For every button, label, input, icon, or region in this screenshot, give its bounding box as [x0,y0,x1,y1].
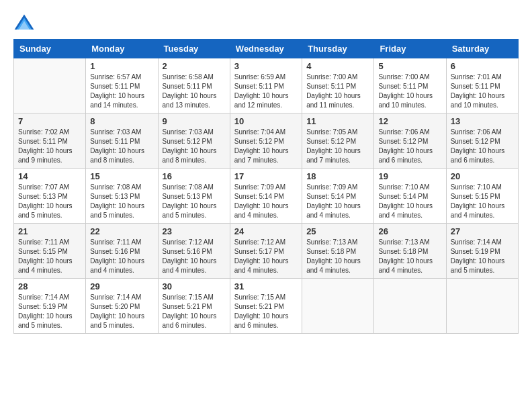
calendar-day-cell: 24Sunrise: 7:12 AM Sunset: 5:17 PM Dayli… [230,224,302,279]
calendar-day-cell: 12Sunrise: 7:06 AM Sunset: 5:12 PM Dayli… [374,113,446,169]
weekday-header-thursday: Thursday [302,40,374,58]
calendar-table: SundayMondayTuesdayWednesdayThursdayFrid… [13,39,519,334]
calendar-week-row: 1Sunrise: 6:57 AM Sunset: 5:11 PM Daylig… [14,58,519,113]
calendar-day-cell: 27Sunrise: 7:14 AM Sunset: 5:19 PM Dayli… [446,224,518,279]
calendar-day-cell: 19Sunrise: 7:10 AM Sunset: 5:14 PM Dayli… [374,169,446,224]
calendar-day-cell: 15Sunrise: 7:08 AM Sunset: 5:13 PM Dayli… [86,169,158,224]
calendar-day-cell: 2Sunrise: 6:58 AM Sunset: 5:11 PM Daylig… [158,58,230,113]
weekday-header-wednesday: Wednesday [230,40,302,58]
calendar-week-row: 14Sunrise: 7:07 AM Sunset: 5:13 PM Dayli… [14,169,519,224]
logo [13,13,38,32]
calendar-day-cell: 14Sunrise: 7:07 AM Sunset: 5:13 PM Dayli… [14,169,86,224]
day-number: 31 [234,281,298,291]
weekday-header-tuesday: Tuesday [158,40,230,58]
day-info: Sunrise: 7:10 AM Sunset: 5:14 PM Dayligh… [378,183,441,220]
day-info: Sunrise: 7:03 AM Sunset: 5:11 PM Dayligh… [90,128,153,165]
day-number: 8 [90,116,153,126]
day-number: 5 [378,61,441,71]
day-number: 11 [306,116,369,126]
day-number: 12 [378,116,441,126]
day-number: 1 [90,61,153,71]
day-info: Sunrise: 6:59 AM Sunset: 5:11 PM Dayligh… [234,73,298,110]
day-info: Sunrise: 7:14 AM Sunset: 5:20 PM Dayligh… [90,293,153,330]
day-number: 17 [234,171,298,181]
day-number: 16 [163,171,226,181]
day-info: Sunrise: 7:12 AM Sunset: 5:17 PM Dayligh… [234,238,298,275]
day-number: 14 [18,171,81,181]
day-number: 13 [451,116,514,126]
day-number: 3 [234,61,298,71]
day-info: Sunrise: 7:01 AM Sunset: 5:11 PM Dayligh… [451,73,514,110]
calendar-day-cell: 25Sunrise: 7:13 AM Sunset: 5:18 PM Dayli… [302,224,374,279]
day-info: Sunrise: 6:57 AM Sunset: 5:11 PM Dayligh… [90,73,153,110]
day-number: 10 [234,116,298,126]
day-number: 29 [90,281,153,291]
empty-cell [302,279,374,334]
day-info: Sunrise: 7:15 AM Sunset: 5:21 PM Dayligh… [163,293,226,330]
day-info: Sunrise: 7:08 AM Sunset: 5:13 PM Dayligh… [90,183,153,220]
calendar-week-row: 7Sunrise: 7:02 AM Sunset: 5:11 PM Daylig… [14,113,519,169]
calendar-day-cell: 28Sunrise: 7:14 AM Sunset: 5:19 PM Dayli… [14,279,86,334]
day-number: 9 [163,116,226,126]
day-info: Sunrise: 7:13 AM Sunset: 5:18 PM Dayligh… [306,238,369,275]
day-info: Sunrise: 7:11 AM Sunset: 5:15 PM Dayligh… [18,238,81,275]
day-info: Sunrise: 7:14 AM Sunset: 5:19 PM Dayligh… [18,293,81,330]
calendar-week-row: 21Sunrise: 7:11 AM Sunset: 5:15 PM Dayli… [14,224,519,279]
calendar-day-cell: 8Sunrise: 7:03 AM Sunset: 5:11 PM Daylig… [86,113,158,169]
day-number: 24 [234,226,298,236]
day-info: Sunrise: 7:14 AM Sunset: 5:19 PM Dayligh… [451,238,514,275]
weekday-header-friday: Friday [374,40,446,58]
calendar-day-cell: 17Sunrise: 7:09 AM Sunset: 5:14 PM Dayli… [230,169,302,224]
day-info: Sunrise: 7:04 AM Sunset: 5:12 PM Dayligh… [234,128,298,165]
calendar-day-cell: 18Sunrise: 7:09 AM Sunset: 5:14 PM Dayli… [302,169,374,224]
weekday-header-monday: Monday [86,40,158,58]
day-info: Sunrise: 7:15 AM Sunset: 5:21 PM Dayligh… [234,293,298,330]
calendar-day-cell: 9Sunrise: 7:03 AM Sunset: 5:12 PM Daylig… [158,113,230,169]
day-info: Sunrise: 7:09 AM Sunset: 5:14 PM Dayligh… [306,183,369,220]
calendar-day-cell: 16Sunrise: 7:08 AM Sunset: 5:13 PM Dayli… [158,169,230,224]
calendar-day-cell: 29Sunrise: 7:14 AM Sunset: 5:20 PM Dayli… [86,279,158,334]
calendar-day-cell: 20Sunrise: 7:10 AM Sunset: 5:15 PM Dayli… [446,169,518,224]
day-number: 20 [451,171,514,181]
day-number: 4 [306,61,369,71]
calendar-day-cell: 11Sunrise: 7:05 AM Sunset: 5:12 PM Dayli… [302,113,374,169]
day-number: 25 [306,226,369,236]
calendar-day-cell: 23Sunrise: 7:12 AM Sunset: 5:16 PM Dayli… [158,224,230,279]
logo-icon [13,13,35,32]
empty-cell [446,279,518,334]
calendar-day-cell: 22Sunrise: 7:11 AM Sunset: 5:16 PM Dayli… [86,224,158,279]
day-info: Sunrise: 7:11 AM Sunset: 5:16 PM Dayligh… [90,238,153,275]
day-info: Sunrise: 7:00 AM Sunset: 5:11 PM Dayligh… [306,73,369,110]
day-number: 26 [378,226,441,236]
calendar-day-cell: 10Sunrise: 7:04 AM Sunset: 5:12 PM Dayli… [230,113,302,169]
day-info: Sunrise: 7:13 AM Sunset: 5:18 PM Dayligh… [378,238,441,275]
day-info: Sunrise: 6:58 AM Sunset: 5:11 PM Dayligh… [163,73,226,110]
calendar-day-cell: 7Sunrise: 7:02 AM Sunset: 5:11 PM Daylig… [14,113,86,169]
calendar-day-cell: 5Sunrise: 7:00 AM Sunset: 5:11 PM Daylig… [374,58,446,113]
day-number: 21 [18,226,81,236]
calendar-day-cell: 4Sunrise: 7:00 AM Sunset: 5:11 PM Daylig… [302,58,374,113]
day-number: 15 [90,171,153,181]
calendar-day-cell: 13Sunrise: 7:06 AM Sunset: 5:12 PM Dayli… [446,113,518,169]
day-number: 30 [163,281,226,291]
day-number: 19 [378,171,441,181]
day-info: Sunrise: 7:08 AM Sunset: 5:13 PM Dayligh… [163,183,226,220]
calendar-day-cell: 21Sunrise: 7:11 AM Sunset: 5:15 PM Dayli… [14,224,86,279]
calendar-day-cell: 3Sunrise: 6:59 AM Sunset: 5:11 PM Daylig… [230,58,302,113]
weekday-header-sunday: Sunday [14,40,86,58]
weekday-header-saturday: Saturday [446,40,518,58]
day-info: Sunrise: 7:00 AM Sunset: 5:11 PM Dayligh… [378,73,441,110]
calendar-day-cell: 6Sunrise: 7:01 AM Sunset: 5:11 PM Daylig… [446,58,518,113]
day-number: 2 [163,61,226,71]
empty-cell [374,279,446,334]
day-info: Sunrise: 7:05 AM Sunset: 5:12 PM Dayligh… [306,128,369,165]
day-number: 18 [306,171,369,181]
page-header [13,13,519,32]
day-number: 7 [18,116,81,126]
day-number: 23 [163,226,226,236]
calendar-day-cell: 1Sunrise: 6:57 AM Sunset: 5:11 PM Daylig… [86,58,158,113]
calendar-day-cell: 31Sunrise: 7:15 AM Sunset: 5:21 PM Dayli… [230,279,302,334]
day-info: Sunrise: 7:06 AM Sunset: 5:12 PM Dayligh… [451,128,514,165]
day-info: Sunrise: 7:02 AM Sunset: 5:11 PM Dayligh… [18,128,81,165]
day-number: 27 [451,226,514,236]
